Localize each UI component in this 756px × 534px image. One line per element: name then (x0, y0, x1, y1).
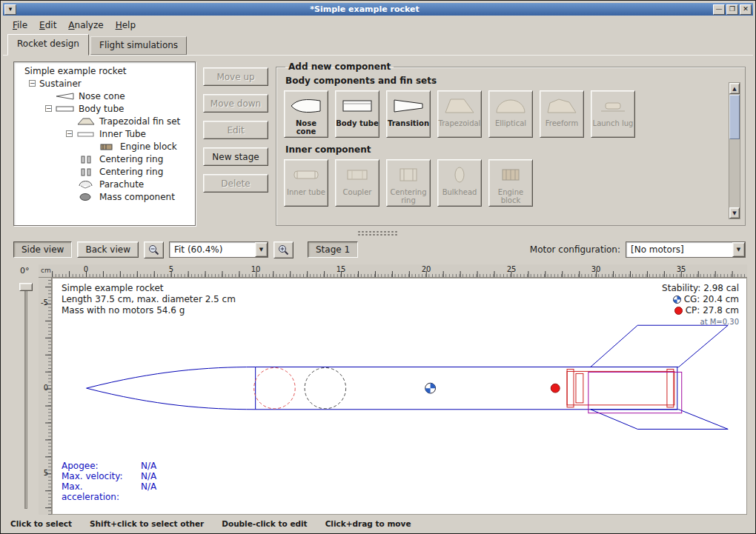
scroll-up-icon[interactable]: ▲ (729, 83, 740, 94)
rocket-name: Simple example rocket (62, 283, 236, 294)
side-view-button[interactable]: Side view (13, 241, 72, 258)
ruler-tick-label: 5 (169, 265, 173, 273)
ruler-unit: cm (39, 264, 52, 278)
app-window: ▾ *Simple example rocket — ❐ ✕ File Edit… (0, 0, 756, 534)
tab-rocket-design[interactable]: Rocket design (7, 34, 89, 56)
tree-item-label: Mass component (99, 192, 175, 202)
transition-icon (391, 95, 425, 117)
freeform-fin-icon (545, 95, 579, 117)
mach-note: at M=0.30 (662, 316, 739, 327)
max-acceleration-label: Max. acceleration: (62, 481, 141, 502)
tree-item-centering-ring-1[interactable]: Centering ring (14, 153, 195, 165)
collapse-icon[interactable]: − (45, 105, 52, 112)
cg-value: CG: 20.4 cm (684, 294, 739, 305)
body-tube-icon (56, 104, 75, 113)
component-label: Bulkhead (442, 188, 477, 196)
elliptical-fin-icon (494, 95, 528, 117)
chevron-down-icon[interactable]: ▼ (732, 242, 745, 257)
ruler-tick-label: 15 (336, 265, 346, 273)
status-hint: Click to select (10, 519, 72, 528)
collapse-icon[interactable]: − (66, 130, 73, 137)
menu-help[interactable]: Help (110, 18, 141, 33)
window-menu-icon[interactable]: ▾ (4, 4, 16, 15)
rotation-control: 0° (13, 264, 39, 515)
tree-item-centering-ring-2[interactable]: Centering ring (14, 165, 195, 178)
magnifier-minus-icon (148, 244, 159, 256)
back-view-button[interactable]: Back view (77, 241, 139, 258)
tree-item-label: Centering ring (99, 167, 163, 177)
tab-flight-simulations[interactable]: Flight simulations (90, 36, 187, 55)
add-centering-ring-button: Centering ring (386, 159, 431, 207)
tree-item-label: Parachute (99, 179, 144, 190)
motor-configuration-select[interactable]: [No motors] ▼ (626, 241, 746, 258)
ruler-tick-label: 20 (422, 265, 431, 273)
close-button[interactable]: ✕ (740, 4, 752, 15)
trapezoidal-fin-icon (76, 117, 96, 126)
add-body-tube-button[interactable]: Body tube (335, 90, 379, 138)
rotation-angle: 0° (20, 266, 30, 276)
add-bulkhead-button: Bulkhead (437, 159, 482, 207)
move-up-button: Move up (203, 67, 268, 86)
menu-file[interactable]: File (7, 18, 33, 33)
add-component-title: Add new component (285, 61, 394, 72)
zoom-value: Fit (60.4%) (170, 242, 255, 257)
tree-item-parachute[interactable]: Parachute (14, 178, 195, 190)
ruler-tick-label: 0 (84, 265, 88, 273)
cp-value: CP: 27.8 cm (686, 305, 739, 316)
split-pane-divider[interactable] (3, 229, 753, 236)
tree-item-label: Simple example rocket (24, 66, 126, 76)
stability-value: Stability: 2.98 cal (662, 283, 739, 294)
cp-icon (674, 307, 683, 315)
rotation-slider[interactable] (24, 285, 27, 509)
body-components-label: Body components and fin sets (285, 76, 723, 86)
zoom-in-button[interactable] (273, 241, 294, 258)
engine-block-icon (97, 142, 116, 151)
inner-components-row: Inner tube Coupler Centering ring Bulkhe… (284, 159, 723, 207)
motor-configuration-label: Motor configuration: (530, 244, 620, 255)
bulkhead-icon (442, 164, 477, 186)
chevron-down-icon[interactable]: ▼ (255, 242, 268, 257)
tree-item-label: Nose cone (79, 91, 125, 101)
menu-edit[interactable]: Edit (34, 18, 62, 33)
rotation-slider-handle[interactable] (19, 283, 33, 291)
stage-1-toggle[interactable]: Stage 1 (308, 241, 358, 258)
zoom-select[interactable]: Fit (60.4%) ▼ (169, 241, 268, 258)
magnifier-plus-icon (278, 244, 289, 256)
view-toolbar: Side view Back view Fit (60.4%) ▼ Stage … (3, 236, 753, 263)
new-stage-button[interactable]: New stage (203, 147, 268, 166)
component-label: Inner tube (287, 188, 325, 196)
edit-button: Edit (203, 121, 268, 139)
titlebar: ▾ *Simple example rocket — ❐ ✕ (3, 3, 753, 16)
collapse-icon[interactable]: − (29, 80, 36, 87)
tree-item-nose-cone[interactable]: Nose cone (14, 90, 195, 102)
add-inner-tube-button: Inner tube (284, 159, 328, 207)
status-hint: Click+drag to move (325, 519, 411, 528)
max-acceleration-value: N/A (141, 481, 156, 502)
ruler-tick-label: 10 (251, 265, 261, 273)
tree-item-mass-component[interactable]: Mass component (14, 190, 195, 203)
tree-item-label: Trapezoidal fin set (99, 116, 180, 127)
tree-item-fin-set[interactable]: Trapezoidal fin set (14, 115, 195, 127)
tree-item-inner-tube[interactable]: − Inner Tube (14, 127, 195, 140)
add-transition-button[interactable]: Transition (386, 90, 431, 138)
scrollbar-thumb[interactable] (729, 95, 740, 139)
component-scrollbar[interactable]: ▲ ▼ (729, 82, 740, 219)
scroll-down-icon[interactable]: ▼ (729, 207, 740, 218)
zoom-out-button[interactable] (144, 241, 164, 258)
tree-item-sustainer[interactable]: − Sustainer (14, 77, 195, 90)
add-nose-cone-button[interactable]: Nose cone (284, 90, 328, 138)
centering-ring-icon (76, 155, 96, 164)
minimize-button[interactable]: — (713, 4, 725, 15)
flight-data: Apogee:N/A Max. velocity:N/A Max. accele… (62, 461, 156, 502)
ruler-tick-label: 5 (44, 469, 48, 477)
rocket-canvas[interactable]: Simple example rocket Length 37.5 cm, ma… (52, 278, 747, 515)
tree-item-engine-block[interactable]: Engine block (14, 140, 195, 153)
tree-item-rocket[interactable]: Simple example rocket (14, 64, 195, 77)
component-label: Nose cone (285, 119, 328, 136)
maximize-button[interactable]: ❐ (726, 4, 738, 15)
vertical-ruler: -5 0 5 (39, 278, 52, 515)
menu-analyze[interactable]: Analyze (63, 18, 108, 33)
tab-bar: Rocket design Flight simulations (3, 34, 753, 56)
tree-item-body-tube[interactable]: − Body tube (14, 102, 195, 115)
component-tree[interactable]: Simple example rocket − Sustainer Nose c… (13, 61, 196, 226)
